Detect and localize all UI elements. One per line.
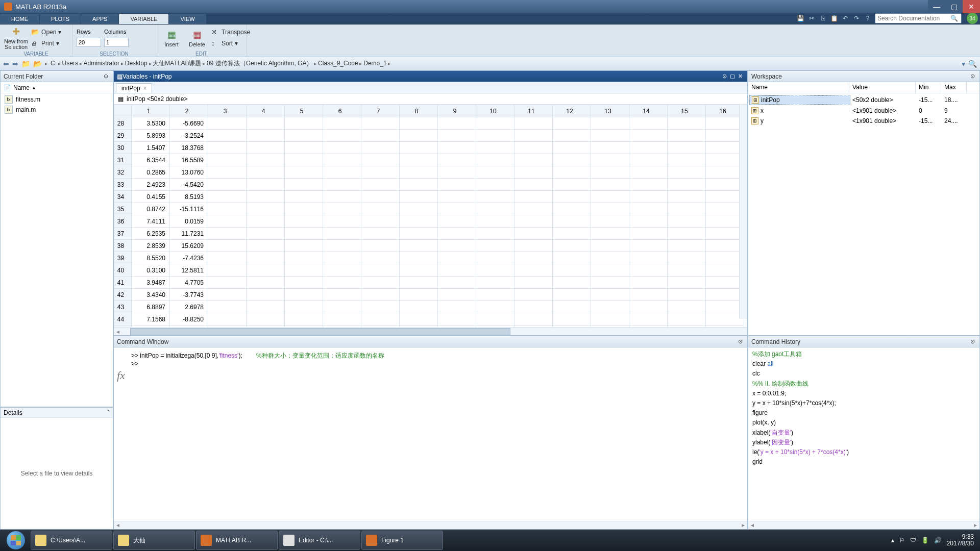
- grid-cell[interactable]: [514, 215, 553, 228]
- grid-cell[interactable]: [247, 203, 285, 215]
- grid-cell[interactable]: [247, 264, 285, 277]
- minimize-button[interactable]: —: [928, 0, 945, 13]
- grid-cell[interactable]: [438, 179, 476, 191]
- grid-cell[interactable]: 2.4923: [132, 179, 170, 191]
- grid-cell[interactable]: [668, 313, 706, 325]
- grid-row[interactable]: 382.853915.6209: [114, 240, 744, 252]
- grid-cell[interactable]: [438, 313, 476, 325]
- grid-cell[interactable]: [400, 277, 438, 289]
- grid-cell[interactable]: [706, 203, 744, 215]
- grid-row[interactable]: 367.41110.0159: [114, 215, 744, 228]
- grid-cell[interactable]: [285, 325, 323, 328]
- grid-cell[interactable]: 0.2865: [132, 166, 170, 179]
- grid-cell[interactable]: [323, 179, 361, 191]
- grid-cell[interactable]: [476, 215, 514, 228]
- grid-cell[interactable]: 7.4111: [132, 215, 170, 228]
- grid-cell[interactable]: [361, 191, 400, 203]
- grid-cell[interactable]: [400, 264, 438, 277]
- grid-cell[interactable]: [668, 203, 706, 215]
- rows-input[interactable]: [77, 38, 101, 47]
- grid-cell[interactable]: [323, 228, 361, 240]
- row-number[interactable]: 28: [114, 117, 132, 130]
- column-header[interactable]: 14: [629, 105, 668, 117]
- grid-cell[interactable]: [438, 289, 476, 301]
- grid-cell[interactable]: [323, 191, 361, 203]
- redo-icon[interactable]: ↷: [852, 14, 861, 22]
- grid-cell[interactable]: [553, 252, 591, 264]
- grid-cell[interactable]: [285, 130, 323, 142]
- search-icon[interactable]: 🔍: [949, 15, 959, 22]
- grid-cell[interactable]: [514, 301, 553, 313]
- history-line[interactable]: clear all: [752, 359, 975, 369]
- grid-cell[interactable]: [438, 228, 476, 240]
- close-tab-icon[interactable]: ×: [143, 85, 146, 91]
- grid-cell[interactable]: -3.7743: [170, 289, 208, 301]
- grid-cell[interactable]: 4.7705: [170, 277, 208, 289]
- grid-cell[interactable]: [668, 301, 706, 313]
- grid-cell[interactable]: [514, 277, 553, 289]
- grid-cell[interactable]: [208, 154, 247, 166]
- grid-cell[interactable]: [514, 130, 553, 142]
- row-number[interactable]: 32: [114, 166, 132, 179]
- grid-cell[interactable]: [208, 215, 247, 228]
- grid-cell[interactable]: [553, 142, 591, 154]
- grid-cell[interactable]: [668, 215, 706, 228]
- cut-icon[interactable]: ✂: [807, 14, 816, 22]
- grid-cell[interactable]: [208, 117, 247, 130]
- grid-cell[interactable]: [514, 203, 553, 215]
- grid-row[interactable]: 320.286513.0760: [114, 166, 744, 179]
- grid-cell[interactable]: [706, 179, 744, 191]
- grid-cell[interactable]: [706, 289, 744, 301]
- grid-cell[interactable]: [438, 166, 476, 179]
- grid-cell[interactable]: [208, 313, 247, 325]
- row-number[interactable]: 30: [114, 142, 132, 154]
- column-header[interactable]: 11: [514, 105, 553, 117]
- grid-cell[interactable]: [706, 191, 744, 203]
- grid-cell[interactable]: 16.5589: [170, 154, 208, 166]
- grid-cell[interactable]: [247, 252, 285, 264]
- file-row[interactable]: fxfitness.m: [3, 94, 111, 105]
- grid-cell[interactable]: [285, 301, 323, 313]
- grid-cell[interactable]: [361, 252, 400, 264]
- grid-cell[interactable]: 18.3768: [170, 142, 208, 154]
- grid-cell[interactable]: 6.2535: [132, 228, 170, 240]
- breadcrumb[interactable]: Class_9_Code: [318, 60, 358, 67]
- grid-cell[interactable]: [400, 166, 438, 179]
- search-doc-box[interactable]: 🔍: [875, 13, 962, 23]
- maximize-button[interactable]: ▢: [945, 0, 963, 13]
- workspace-row[interactable]: ⊞initPop<50x2 double>-15...18....: [749, 94, 978, 106]
- grid-cell[interactable]: [476, 154, 514, 166]
- grid-cell[interactable]: [285, 179, 323, 191]
- grid-cell[interactable]: [323, 215, 361, 228]
- grid-cell[interactable]: [285, 228, 323, 240]
- grid-cell[interactable]: [629, 203, 668, 215]
- grid-cell[interactable]: [247, 166, 285, 179]
- grid-cell[interactable]: [514, 154, 553, 166]
- grid-cell[interactable]: [323, 154, 361, 166]
- grid-cell[interactable]: -4.5420: [170, 179, 208, 191]
- grid-cell[interactable]: [285, 191, 323, 203]
- grid-cell[interactable]: [285, 264, 323, 277]
- grid-cell[interactable]: [400, 301, 438, 313]
- grid-cell[interactable]: [514, 228, 553, 240]
- grid-cell[interactable]: [400, 179, 438, 191]
- grid-cell[interactable]: [706, 325, 744, 328]
- panel-menu-icon[interactable]: ⊙: [737, 338, 744, 345]
- history-line[interactable]: %% II. 绘制函数曲线: [752, 379, 975, 389]
- breadcrumb[interactable]: 09 遗传算法（Genetic Algorithm, GA）: [207, 60, 312, 67]
- grid-cell[interactable]: [400, 117, 438, 130]
- system-tray[interactable]: ▴ ⚐ 🛡 🔋 🔊 9:33 2017/8/30: [887, 534, 978, 547]
- breadcrumb[interactable]: Desktop: [125, 60, 148, 67]
- taskbar-app-button[interactable]: C:\Users\A...: [31, 531, 112, 550]
- grid-cell[interactable]: [476, 277, 514, 289]
- grid-cell[interactable]: [591, 252, 629, 264]
- history-line[interactable]: x = 0:0.01:9;: [752, 389, 975, 398]
- grid-cell[interactable]: [361, 215, 400, 228]
- grid-cell[interactable]: [208, 228, 247, 240]
- grid-cell[interactable]: [706, 252, 744, 264]
- grid-cell[interactable]: [361, 203, 400, 215]
- grid-cell[interactable]: [361, 166, 400, 179]
- transpose-button[interactable]: ⤭Transpose: [211, 27, 250, 37]
- grid-cell[interactable]: [591, 264, 629, 277]
- grid-cell[interactable]: [285, 166, 323, 179]
